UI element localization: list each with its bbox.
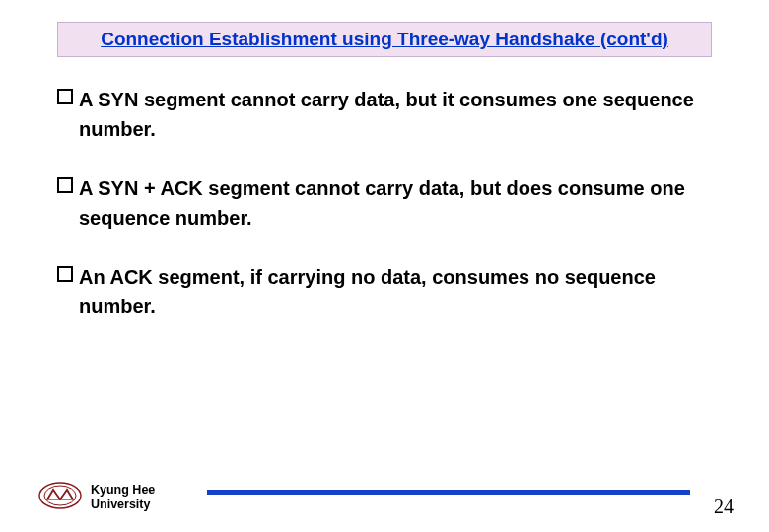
- bullet-text: A SYN segment cannot carry data, but it …: [79, 85, 712, 144]
- footer-divider: [207, 490, 690, 495]
- svg-rect-0: [58, 90, 72, 103]
- bullet-item: A SYN segment cannot carry data, but it …: [57, 85, 712, 144]
- university-name: Kyung Hee University: [91, 483, 155, 512]
- bullet-item: A SYN + ACK segment cannot carry data, b…: [57, 173, 712, 233]
- university-name-line1: Kyung Hee: [91, 483, 155, 498]
- square-bullet-icon: [57, 177, 73, 197]
- slide-title-bar: Connection Establishment using Three-way…: [57, 22, 712, 57]
- bullet-text: An ACK segment, if carrying no data, con…: [79, 262, 712, 321]
- slide-title: Connection Establishment using Three-way…: [101, 29, 668, 49]
- bullet-text: A SYN + ACK segment cannot carry data, b…: [79, 173, 712, 233]
- square-bullet-icon: [57, 89, 73, 108]
- page-number: 24: [714, 496, 734, 518]
- content-area: A SYN segment cannot carry data, but it …: [0, 85, 769, 321]
- svg-rect-2: [58, 267, 72, 281]
- footer: Kyung Hee University 24: [0, 471, 769, 520]
- square-bullet-icon: [57, 266, 73, 286]
- svg-point-3: [39, 483, 81, 508]
- university-logo-icon: [37, 481, 83, 514]
- bullet-item: An ACK segment, if carrying no data, con…: [57, 262, 712, 321]
- svg-rect-1: [58, 178, 72, 192]
- university-name-line2: University: [91, 498, 155, 512]
